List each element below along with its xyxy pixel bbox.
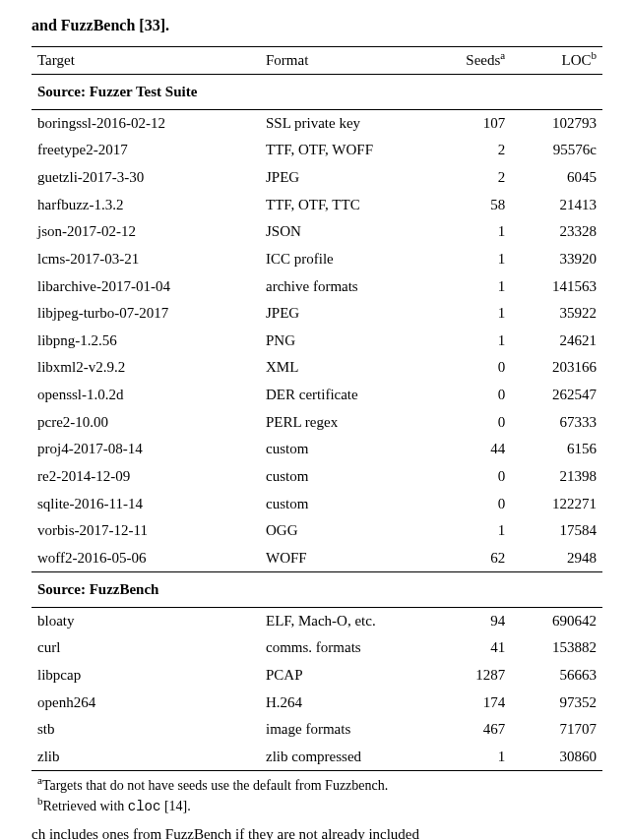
cell-loc: 141563 [511, 272, 602, 300]
cell-seeds: 1 [431, 744, 511, 771]
table-row: libpng-1.2.56PNG124621 [32, 328, 602, 355]
cell-target: libpcap [32, 662, 260, 690]
cell-seeds: 1 [431, 272, 511, 300]
table-row: pcre2-10.00PERL regex067333 [32, 409, 602, 437]
table-row: lcms-2017-03-21ICC profile133920 [32, 246, 602, 273]
cell-loc: 2948 [511, 545, 602, 572]
cell-loc: 71707 [511, 716, 602, 744]
cell-format: WOFF [260, 545, 431, 572]
cell-loc: 122271 [511, 490, 602, 517]
cell-target: harfbuzz-1.3.2 [32, 192, 260, 219]
cell-target: vorbis-2017-12-11 [32, 517, 260, 545]
cell-loc: 203166 [511, 354, 602, 382]
cell-target: boringssl-2016-02-12 [32, 109, 260, 137]
cell-loc: 690642 [511, 607, 602, 634]
cell-format: image formats [260, 716, 431, 744]
table-row: vorbis-2017-12-11OGG117584 [32, 517, 602, 545]
cell-format: XML [260, 354, 431, 382]
cell-seeds: 1287 [431, 662, 511, 690]
cell-seeds: 0 [431, 382, 511, 409]
cell-target: openssl-1.0.2d [32, 382, 260, 409]
targets-table: Target Format Seedsa LOCb Source: Fuzzer… [32, 46, 602, 772]
cell-format: TTF, OTF, TTC [260, 192, 431, 219]
table-row: libxml2-v2.9.2XML0203166 [32, 354, 602, 382]
table-row: libarchive-2017-01-04archive formats1141… [32, 272, 602, 300]
cell-loc: 21413 [511, 192, 602, 219]
table-row: json-2017-02-12JSON123328 [32, 218, 602, 246]
cell-target: libjpeg-turbo-07-2017 [32, 300, 260, 328]
cell-seeds: 1 [431, 517, 511, 545]
cell-target: pcre2-10.00 [32, 409, 260, 437]
table-row: libjpeg-turbo-07-2017JPEG135922 [32, 300, 602, 328]
cell-loc: 95576c [511, 137, 602, 164]
cell-loc: 30860 [511, 744, 602, 771]
cell-format: PCAP [260, 662, 431, 690]
cell-seeds: 62 [431, 545, 511, 572]
cell-seeds: 0 [431, 354, 511, 382]
table-row: openssl-1.0.2dDER certificate0262547 [32, 382, 602, 409]
cell-seeds: 107 [431, 109, 511, 137]
cell-target: guetzli-2017-3-30 [32, 164, 260, 192]
cell-target: stb [32, 716, 260, 744]
source-header-row: Source: FuzzBench [32, 572, 602, 607]
cell-target: woff2-2016-05-06 [32, 545, 260, 572]
cell-target: bloaty [32, 607, 260, 634]
header-row: Target Format Seedsa LOCb [32, 46, 602, 75]
cell-format: ELF, Mach-O, etc. [260, 607, 431, 634]
cell-loc: 97352 [511, 689, 602, 716]
body-fragment: ch includes ones from FuzzBench if they … [32, 823, 602, 840]
cell-loc: 56663 [511, 662, 602, 690]
col-seeds: Seedsa [431, 46, 511, 75]
cell-format: JPEG [260, 164, 431, 192]
cell-loc: 21398 [511, 463, 602, 491]
source-header-row: Source: Fuzzer Test Suite [32, 75, 602, 109]
cell-loc: 102793 [511, 109, 602, 137]
cell-target: openh264 [32, 689, 260, 716]
cell-format: H.264 [260, 689, 431, 716]
caption-fragment: and FuzzBench [33]. [32, 14, 602, 38]
cell-target: curl [32, 634, 260, 662]
cell-format: custom [260, 463, 431, 491]
cell-seeds: 1 [431, 300, 511, 328]
col-format: Format [260, 46, 431, 75]
table-row: boringssl-2016-02-12SSL private key10710… [32, 109, 602, 137]
cell-seeds: 0 [431, 463, 511, 491]
footnote-a: aTargets that do not have seeds use the … [37, 775, 597, 796]
cell-target: sqlite-2016-11-14 [32, 490, 260, 517]
source-header-cell: Source: Fuzzer Test Suite [32, 75, 602, 109]
cell-seeds: 467 [431, 716, 511, 744]
cell-seeds: 1 [431, 218, 511, 246]
table-row: zlibzlib compressed130860 [32, 744, 602, 771]
table-row: stbimage formats46771707 [32, 716, 602, 744]
cell-seeds: 1 [431, 246, 511, 273]
cell-loc: 24621 [511, 328, 602, 355]
cell-loc: 23328 [511, 218, 602, 246]
cell-target: freetype2-2017 [32, 137, 260, 164]
col-loc: LOCb [511, 46, 602, 75]
source-header-cell: Source: FuzzBench [32, 572, 602, 607]
cell-format: custom [260, 490, 431, 517]
cell-target: json-2017-02-12 [32, 218, 260, 246]
table-row: bloatyELF, Mach-O, etc.94690642 [32, 607, 602, 634]
cell-loc: 67333 [511, 409, 602, 437]
cell-target: proj4-2017-08-14 [32, 436, 260, 463]
cell-seeds: 1 [431, 328, 511, 355]
cell-loc: 6156 [511, 436, 602, 463]
cell-target: zlib [32, 744, 260, 771]
table-row: freetype2-2017TTF, OTF, WOFF295576c [32, 137, 602, 164]
table-row: re2-2014-12-09custom021398 [32, 463, 602, 491]
cell-target: libxml2-v2.9.2 [32, 354, 260, 382]
cell-format: OGG [260, 517, 431, 545]
cell-format: JPEG [260, 300, 431, 328]
cell-loc: 262547 [511, 382, 602, 409]
cell-target: re2-2014-12-09 [32, 463, 260, 491]
table-row: proj4-2017-08-14custom446156 [32, 436, 602, 463]
cell-loc: 6045 [511, 164, 602, 192]
cell-loc: 33920 [511, 246, 602, 273]
cell-format: PERL regex [260, 409, 431, 437]
cell-format: comms. formats [260, 634, 431, 662]
cell-seeds: 2 [431, 137, 511, 164]
cell-loc: 35922 [511, 300, 602, 328]
cell-seeds: 0 [431, 409, 511, 437]
cell-seeds: 2 [431, 164, 511, 192]
